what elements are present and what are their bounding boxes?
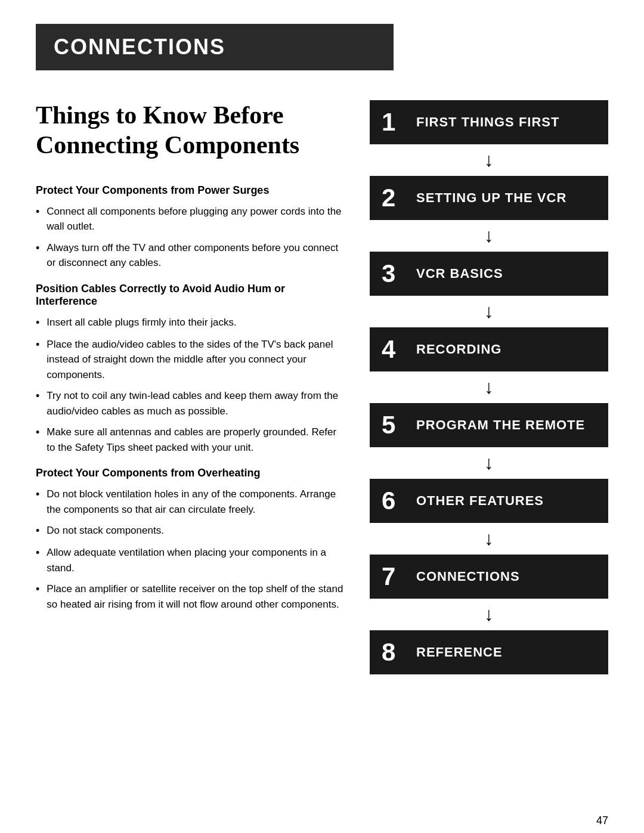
nav-label-7: CONNECTIONS [416,569,520,584]
nav-label-1: FIRST THINGS FIRST [416,114,559,130]
page-title: Things to Know Before Connecting Compone… [36,100,346,160]
list-item-text: Place an amplifier or satellite receiver… [47,581,346,612]
nav-item-2[interactable]: 2 SETTING UP THE VCR [370,176,608,220]
nav-number-7: 7 [382,564,405,589]
arrow-4: ↓ [370,371,608,403]
list-item-text: Do not stack components. [47,523,164,538]
main-content: Things to Know Before Connecting Compone… [0,100,644,674]
section-heading-2: Position Cables Correctly to Avoid Audio… [36,283,346,308]
nav-number-5: 5 [382,413,405,438]
nav-label-2: SETTING UP THE VCR [416,190,566,206]
list-item: Allow adequate ventilation when placing … [36,545,346,575]
nav-number-2: 2 [382,185,405,210]
nav-item-5[interactable]: 5 PROGRAM THE REMOTE [370,403,608,447]
arrow-2: ↓ [370,220,608,252]
nav-item-8[interactable]: 8 REFERENCE [370,630,608,674]
list-item: Always turn off the TV and other compone… [36,240,346,271]
list-item: Do not block ventilation holes in any of… [36,487,346,517]
list-item-text: Allow adequate ventilation when placing … [47,545,346,575]
nav-number-6: 6 [382,488,405,513]
list-item: Make sure all antennas and cables are pr… [36,425,346,455]
nav-item-6[interactable]: 6 OTHER FEATURES [370,479,608,523]
section-heading-3: Protect Your Components from Overheating [36,467,346,479]
list-item: Place an amplifier or satellite receiver… [36,581,346,612]
arrow-1: ↓ [370,144,608,176]
nav-label-8: REFERENCE [416,645,503,660]
nav-number-3: 3 [382,261,405,286]
nav-item-1[interactable]: 1 FIRST THINGS FIRST [370,100,608,144]
list-item: Try not to coil any twin-lead cables and… [36,388,346,419]
arrow-5: ↓ [370,447,608,479]
header-banner: CONNECTIONS [36,24,394,70]
section-cables: Position Cables Correctly to Avoid Audio… [36,283,346,456]
list-item: Connect all components before plugging a… [36,204,346,234]
nav-item-4[interactable]: 4 RECORDING [370,327,608,371]
bullet-list-2: Insert all cable plugs firmly into their… [36,315,346,456]
header-title: CONNECTIONS [54,35,225,59]
section-power-surges: Protect Your Components from Power Surge… [36,184,346,271]
section-overheating: Protect Your Components from Overheating… [36,467,346,612]
list-item: Do not stack components. [36,523,346,539]
list-item-text: Do not block ventilation holes in any of… [47,487,346,517]
arrow-6: ↓ [370,523,608,555]
list-item-text: Connect all components before plugging a… [47,204,346,234]
bullet-list-1: Connect all components before plugging a… [36,204,346,271]
list-item-text: Always turn off the TV and other compone… [47,240,346,271]
arrow-7: ↓ [370,599,608,630]
page-container: CONNECTIONS Things to Know Before Connec… [0,24,644,833]
nav-label-4: RECORDING [416,342,501,357]
list-item-text: Place the audio/video cables to the side… [47,337,346,383]
nav-number-4: 4 [382,337,405,362]
left-column: Things to Know Before Connecting Compone… [36,100,346,674]
list-item-text: Try not to coil any twin-lead cables and… [47,388,346,419]
list-item-text: Make sure all antennas and cables are pr… [47,425,346,455]
right-column-nav: 1 FIRST THINGS FIRST ↓ 2 SETTING UP THE … [370,100,608,674]
list-item: Place the audio/video cables to the side… [36,337,346,383]
nav-label-3: VCR BASICS [416,266,503,281]
list-item: Insert all cable plugs firmly into their… [36,315,346,331]
nav-label-6: OTHER FEATURES [416,493,544,509]
arrow-3: ↓ [370,296,608,327]
nav-number-1: 1 [382,110,405,135]
nav-item-7[interactable]: 7 CONNECTIONS [370,555,608,599]
section-heading-1: Protect Your Components from Power Surge… [36,184,346,197]
nav-item-3[interactable]: 3 VCR BASICS [370,252,608,296]
nav-number-8: 8 [382,640,405,665]
list-item-text: Insert all cable plugs firmly into their… [47,315,236,330]
nav-label-5: PROGRAM THE REMOTE [416,417,585,433]
bullet-list-3: Do not block ventilation holes in any of… [36,487,346,612]
page-number: 47 [596,815,608,827]
